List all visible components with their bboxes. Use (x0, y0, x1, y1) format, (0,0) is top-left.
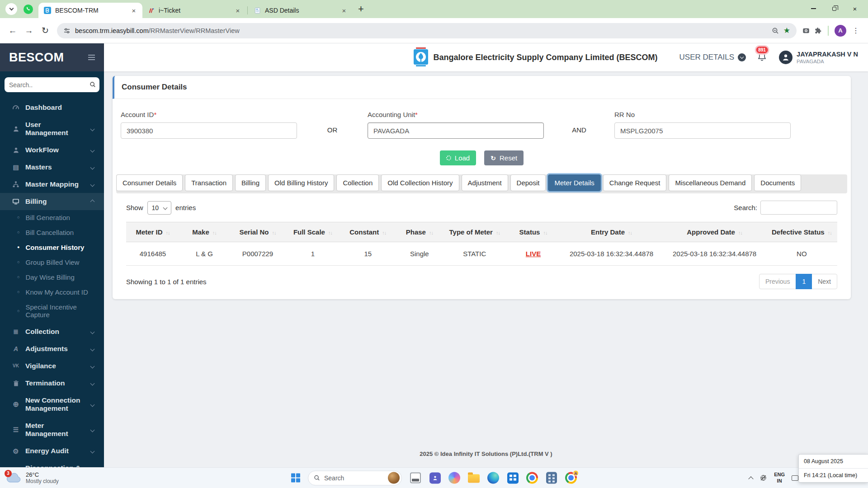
notification-center-icon[interactable] (792, 475, 798, 481)
user-details-menu[interactable]: USER DETAILS (679, 53, 746, 62)
browser-menu-icon[interactable]: ⋮ (850, 26, 862, 35)
sidebar-item-billing[interactable]: Billing (0, 193, 104, 210)
close-tab-icon[interactable]: × (130, 7, 138, 14)
rr-no-input[interactable] (614, 122, 791, 139)
notifications-button[interactable]: 891 (757, 52, 767, 64)
sidebar-subitem-know-my-account-id[interactable]: ○ Know My Account ID (0, 285, 104, 300)
table-search-input[interactable] (760, 201, 837, 215)
new-tab-button[interactable]: + (358, 3, 364, 15)
close-tab-icon[interactable]: × (234, 7, 242, 14)
col-defective-status[interactable]: Defective Status↑↓ (766, 222, 837, 242)
extensions-puzzle-icon[interactable] (814, 27, 822, 35)
col-approved-date[interactable]: Approved Date↑↓ (663, 222, 766, 242)
sidebar-subitem-special-incentive-capture[interactable]: ○ Special Incentive Capture (0, 300, 104, 322)
browser-tab-bescom[interactable]: BESCOM-TRM × (38, 3, 142, 18)
browser-profile-avatar[interactable]: A (835, 25, 846, 37)
col-entry-date[interactable]: Entry Date↑↓ (560, 222, 663, 242)
chrome-icon[interactable] (526, 472, 538, 484)
sidebar-item-collection[interactable]: ≣ Collection (0, 323, 104, 340)
col-meter-id[interactable]: Meter ID↑↓ (126, 222, 179, 242)
live-status-link[interactable]: LIVE (526, 250, 541, 258)
tab-meter-details[interactable]: Meter Details (548, 174, 600, 191)
hidden-icons-chevron[interactable] (748, 476, 753, 481)
tab-collection[interactable]: Collection (336, 174, 379, 191)
tab-change-request[interactable]: Change Request (603, 174, 667, 191)
sidebar-item-dashboard[interactable]: Dashboard (0, 99, 104, 116)
sidebar-item-master-mapping[interactable]: Master Mapping (0, 176, 104, 193)
forward-button[interactable]: → (21, 23, 37, 39)
tab-old-collection-history[interactable]: Old Collection History (381, 174, 459, 191)
back-button[interactable]: ← (5, 23, 21, 39)
hamburger-menu-icon[interactable] (86, 53, 97, 62)
account-id-input[interactable] (121, 122, 297, 139)
tab-adjustment[interactable]: Adjustment (462, 174, 508, 191)
zoom-icon[interactable] (772, 27, 779, 34)
reload-button[interactable]: ↻ (37, 23, 53, 39)
start-button[interactable] (291, 474, 300, 483)
copilot-icon[interactable] (448, 472, 460, 484)
page-1-button[interactable]: 1 (796, 274, 812, 289)
sidebar-item-workflow[interactable]: WorkFlow (0, 141, 104, 159)
sidebar-subitem-consumer-history[interactable]: ● Consumer History (0, 240, 104, 255)
user-avatar[interactable] (779, 51, 793, 64)
tab-old-billing-history[interactable]: Old Billing History (268, 174, 334, 191)
sidebar-item-user-management[interactable]: User Management (0, 116, 104, 141)
sidebar-item-termination[interactable]: Termination (0, 375, 104, 392)
tab-documents[interactable]: Documents (754, 174, 801, 191)
browser-tab-iticket[interactable]: i~Ticket × (142, 3, 246, 18)
teams-icon[interactable] (429, 472, 441, 484)
col-full-scale[interactable]: Full Scale↑↓ (286, 222, 340, 242)
language-indicator[interactable]: ENG IN (774, 472, 785, 483)
page-size-select[interactable]: 10 (147, 201, 172, 215)
col-status[interactable]: Status↑↓ (507, 222, 560, 242)
tab-deposit[interactable]: Deposit (510, 174, 546, 191)
previous-page-button[interactable]: Previous (759, 274, 796, 289)
sidebar-item-disconnection-reconnection[interactable]: Disconnection & Reconnection (0, 460, 104, 467)
sidebar-item-meter-management[interactable]: ☰ Meter Management (0, 417, 104, 442)
whatsapp-icon[interactable] (24, 5, 33, 14)
reset-button[interactable]: ↻ Reset (484, 150, 524, 165)
load-button[interactable]: Load (440, 150, 476, 165)
next-page-button[interactable]: Next (811, 274, 837, 289)
sidebar-item-vigilance[interactable]: VK Vigilance (0, 357, 104, 375)
accounting-unit-input[interactable] (368, 122, 544, 139)
col-phase[interactable]: Phase↑↓ (396, 222, 443, 242)
sidebar-search-input[interactable] (5, 77, 99, 92)
close-window-button[interactable]: × (844, 0, 865, 17)
weather-widget[interactable]: 3 26°C Mostly cloudy (5, 471, 59, 484)
col-make[interactable]: Make↑↓ (179, 222, 229, 242)
search-icon[interactable] (90, 81, 96, 89)
site-settings-icon[interactable] (63, 27, 71, 34)
col-type-of-meter[interactable]: Type of Meter↑↓ (443, 222, 507, 242)
tab-billing[interactable]: Billing (235, 174, 266, 191)
tab-transaction[interactable]: Transaction (185, 174, 233, 191)
chrome-profile-icon[interactable]: A (565, 472, 577, 484)
tab-consumer-details[interactable]: Consumer Details (116, 174, 183, 191)
tab-miscellaneous-demand[interactable]: Miscellaneous Demand (669, 174, 752, 191)
url-bar[interactable]: bescom.trm.ieasybill.com/RRMasterView/RR… (57, 23, 797, 38)
snipping-tool-icon[interactable] (410, 472, 421, 484)
sidebar-subitem-bill-generation[interactable]: ○ Bill Generation (0, 210, 104, 225)
browser-tab-asd[interactable]: ASD Details × (249, 3, 353, 18)
sidebar-subitem-day-wise-billing[interactable]: ○ Day Wise Billing (0, 270, 104, 285)
sidebar-item-energy-audit[interactable]: ⚙ Energy Audit (0, 442, 104, 460)
calendar-app-icon[interactable] (507, 472, 519, 484)
no-internet-globe-icon[interactable] (760, 474, 767, 482)
close-tab-icon[interactable]: × (340, 7, 348, 14)
sidebar-subitem-group-billed-view[interactable]: ○ Group Billed View (0, 255, 104, 270)
file-explorer-icon[interactable] (468, 472, 480, 484)
extension-icon[interactable] (802, 27, 810, 35)
tab-search-button[interactable] (5, 3, 17, 15)
minimize-button[interactable] (803, 0, 824, 17)
sidebar-subitem-bill-cancellation[interactable]: ○ Bill Cancellation (0, 225, 104, 240)
sidebar-item-adjustments[interactable]: A Adjustments (0, 340, 104, 357)
col-constant[interactable]: Constant↑↓ (340, 222, 396, 242)
edge-icon[interactable] (487, 472, 499, 484)
taskbar-search[interactable]: Search (308, 470, 402, 485)
maximize-button[interactable] (824, 0, 844, 17)
sidebar-item-masters[interactable]: ▤ Masters (0, 159, 104, 176)
sidebar-item-new-connection-management[interactable]: ⊕ New Connection Management (0, 392, 104, 417)
col-serial-no[interactable]: Serial No↑↓ (229, 222, 286, 242)
bookmark-star-icon[interactable]: ★ (783, 26, 790, 35)
calculator-icon[interactable] (546, 472, 557, 484)
